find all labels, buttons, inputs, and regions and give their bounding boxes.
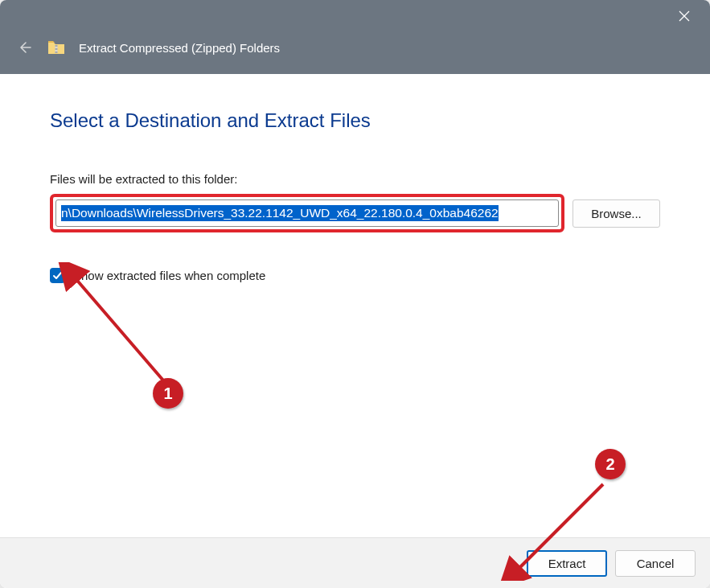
browse-button[interactable]: Browse... xyxy=(573,199,660,228)
show-files-checkbox-row: Show extracted files when complete xyxy=(50,268,660,283)
show-files-checkbox-label[interactable]: Show extracted files when complete xyxy=(73,269,265,282)
path-highlight-annotation: n\Downloads\WirelessDrivers_33.22.1142_U… xyxy=(50,194,564,232)
page-heading: Select a Destination and Extract Files xyxy=(50,109,660,132)
wizard-title: Extract Compressed (Zipped) Folders xyxy=(79,41,280,55)
show-files-checkbox[interactable] xyxy=(50,268,65,283)
folder-label: Files will be extracted to this folder: xyxy=(50,172,660,186)
zipped-folder-icon xyxy=(48,40,64,55)
svg-line-4 xyxy=(74,277,169,387)
svg-rect-1 xyxy=(55,45,58,47)
content-area: Select a Destination and Extract Files F… xyxy=(0,74,710,537)
annotation-marker-1: 1 xyxy=(153,378,183,409)
back-button[interactable] xyxy=(14,38,34,57)
cancel-button[interactable]: Cancel xyxy=(615,550,696,577)
annotation-marker-2: 2 xyxy=(595,449,626,479)
back-arrow-icon xyxy=(17,40,31,55)
path-row: n\Downloads\WirelessDrivers_33.22.1142_U… xyxy=(50,194,660,232)
titlebar-main: Extract Compressed (Zipped) Folders xyxy=(0,32,710,74)
extract-button[interactable]: Extract xyxy=(527,550,607,577)
close-button[interactable] xyxy=(667,3,702,29)
footer: Extract Cancel xyxy=(0,537,710,588)
svg-rect-2 xyxy=(55,48,58,50)
titlebar: Extract Compressed (Zipped) Folders xyxy=(0,0,710,74)
titlebar-controls xyxy=(0,0,710,32)
extract-wizard-window: Extract Compressed (Zipped) Folders Sele… xyxy=(0,0,710,588)
path-text-selected: n\Downloads\WirelessDrivers_33.22.1142_U… xyxy=(61,205,499,221)
destination-path-input[interactable]: n\Downloads\WirelessDrivers_33.22.1142_U… xyxy=(55,199,559,227)
close-icon xyxy=(679,10,690,22)
checkmark-icon xyxy=(52,270,63,281)
svg-rect-3 xyxy=(55,51,58,53)
